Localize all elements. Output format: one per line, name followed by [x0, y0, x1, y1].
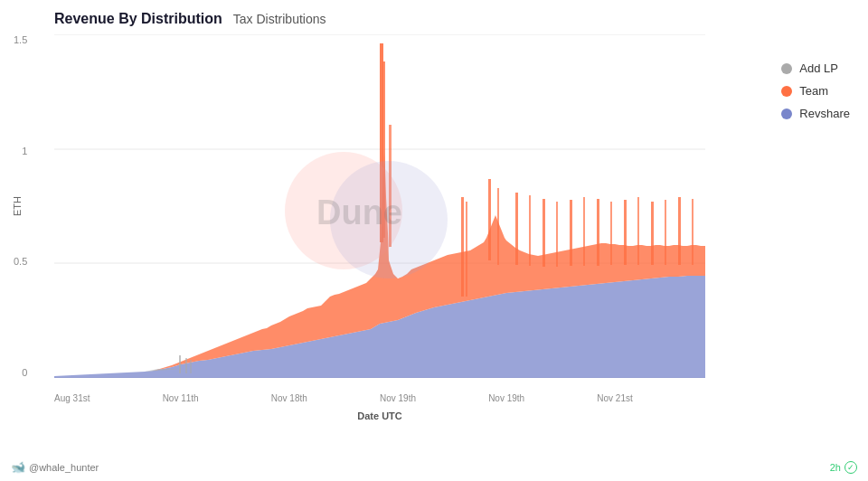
- x-label-nov21: Nov 21st: [597, 393, 632, 403]
- svg-rect-26: [185, 358, 187, 373]
- footer-time: 2h ✓: [830, 461, 857, 474]
- y-label-15: 1.5: [14, 34, 27, 45]
- svg-rect-21: [651, 202, 654, 265]
- title-row: Revenue By Distribution Tax Distribution…: [54, 11, 705, 27]
- svg-rect-13: [542, 199, 545, 267]
- y-label-1: 1: [22, 146, 27, 156]
- legend-dot-revshare: [781, 108, 792, 119]
- legend-item-revshare: Revshare: [781, 107, 850, 120]
- x-label-nov18: Nov 18th: [271, 393, 307, 403]
- svg-rect-25: [179, 355, 181, 373]
- footer-user: 🐋 @whale_hunter: [11, 460, 99, 474]
- svg-rect-22: [665, 200, 666, 265]
- x-axis: Aug 31st Nov 11th Nov 18th Nov 19th Nov …: [54, 393, 705, 403]
- x-axis-title: Date UTC: [357, 410, 402, 421]
- svg-rect-10: [497, 188, 499, 265]
- chart-subtitle: Tax Distributions: [233, 12, 326, 26]
- svg-rect-19: [624, 200, 627, 265]
- x-label-aug31: Aug 31st: [54, 393, 90, 403]
- legend-label-revshare: Revshare: [799, 107, 850, 120]
- legend-label-addlp: Add LP: [799, 61, 838, 75]
- svg-rect-18: [610, 202, 612, 265]
- svg-rect-11: [515, 193, 518, 265]
- svg-rect-16: [583, 197, 585, 266]
- svg-rect-8: [466, 202, 467, 297]
- legend-dot-addlp: [781, 63, 792, 74]
- svg-rect-27: [190, 360, 192, 373]
- y-label-05: 0.5: [14, 256, 27, 267]
- chart-container: Revenue By Distribution Tax Distribution…: [0, 0, 868, 481]
- svg-rect-12: [529, 195, 531, 266]
- legend-label-team: Team: [799, 84, 828, 98]
- footer: 🐋 @whale_hunter 2h ✓: [11, 460, 857, 474]
- x-label-nov19a: Nov 19th: [380, 393, 416, 403]
- svg-rect-14: [556, 202, 558, 267]
- footer-time-value: 2h: [830, 462, 841, 473]
- footer-username: @whale_hunter: [29, 462, 99, 473]
- y-label-0: 0: [22, 367, 27, 378]
- svg-rect-20: [637, 197, 639, 265]
- y-axis: 0 0.5 1 1.5: [14, 34, 27, 378]
- svg-rect-17: [597, 199, 599, 266]
- legend-dot-team: [781, 86, 792, 97]
- x-label-nov19b: Nov 19th: [488, 393, 524, 403]
- legend: Add LP Team Revshare: [781, 61, 850, 120]
- legend-item-addlp: Add LP: [781, 61, 850, 75]
- svg-rect-9: [488, 179, 491, 260]
- x-label-nov11: Nov 11th: [163, 393, 199, 403]
- chart-area: ETH 0 0.5 1 1.5: [54, 34, 705, 378]
- svg-text:Dune: Dune: [316, 193, 402, 231]
- footer-time-icon: ✓: [844, 461, 857, 474]
- svg-rect-7: [461, 197, 464, 297]
- legend-item-team: Team: [781, 84, 850, 98]
- svg-rect-23: [678, 197, 681, 265]
- chart-title: Revenue By Distribution: [54, 11, 222, 27]
- chart-svg: Dune: [54, 34, 705, 378]
- svg-rect-24: [692, 199, 693, 265]
- svg-rect-15: [570, 200, 572, 266]
